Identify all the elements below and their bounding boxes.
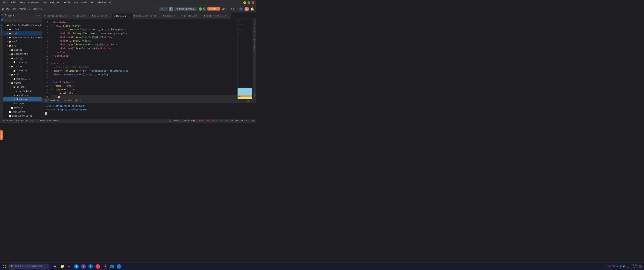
status-todo[interactable]: ☑ TODO <box>38 119 45 122</box>
menu-help[interactable]: Help <box>108 1 115 4</box>
term-local-link[interactable]: http://localhost:8080/ <box>56 105 85 107</box>
panel-collapse-icon[interactable]: — <box>39 14 40 17</box>
tree-gitignore[interactable]: 📄 .gitignore <box>3 110 42 114</box>
tree-router-index[interactable]: 📄 index.js <box>3 68 42 73</box>
structure-tab[interactable]: Structure <box>252 30 256 42</box>
tree-public[interactable]: ▶ 📁 public <box>3 40 42 44</box>
search-icon[interactable]: 🔍 <box>169 7 173 11</box>
menu-edit[interactable]: Edit <box>10 1 18 4</box>
panel-settings-icon[interactable]: ⚙ <box>35 14 36 17</box>
add-configuration-button[interactable]: Add Configuration... <box>174 7 197 11</box>
toolbar-settings-icon[interactable]: ⚙ <box>18 18 21 22</box>
database-tab[interactable]: Database <box>252 19 256 30</box>
terminal-dropdown[interactable]: ∨ <box>80 99 81 102</box>
minimize-button[interactable]: ─ <box>243 1 246 4</box>
jrebel-indicator[interactable]: JRebel ▾ <box>208 7 220 11</box>
terminal-content[interactable]: - Local: http://localhost:8080/ - Networ… <box>42 103 256 118</box>
tab-close[interactable]: ✕ <box>87 15 88 17</box>
tab-close[interactable]: ✕ <box>158 15 159 17</box>
local-tab[interactable]: Local ✕ <box>62 99 74 103</box>
toolbar-collapse-icon[interactable]: ⊟ <box>13 18 17 22</box>
status-event-log[interactable]: Event Log <box>184 119 195 122</box>
maximize-terminal-btn[interactable]: ⬛ <box>246 99 250 102</box>
project-tab[interactable]: Project <box>0 13 3 24</box>
menu-refactor[interactable]: Refactor <box>49 1 62 4</box>
status-branch[interactable]: ⑂ master <box>224 119 234 122</box>
tree-util[interactable]: ▼ 📁 util <box>3 73 42 77</box>
tab-md5[interactable]: md5Util.js ✕ <box>90 13 112 19</box>
local-close[interactable]: ✕ <box>71 100 72 102</box>
tab-main-js[interactable]: main.js ✕ <box>161 13 180 19</box>
tree-config-index[interactable]: 📄 index.js <box>3 60 42 64</box>
tab-babel-config[interactable]: babel.config.js ✕ <box>132 13 161 19</box>
tab-close[interactable]: ✕ <box>109 15 110 17</box>
run-button[interactable]: ▶ <box>199 7 202 11</box>
status-jrebel-console[interactable]: JRebel Console <box>197 119 215 122</box>
notifications-icon[interactable]: 🔔 <box>250 7 254 11</box>
tree-views[interactable]: ▼ 📁 views <box>3 81 42 85</box>
tab-app-vue[interactable]: App.vue ✕ <box>72 13 90 19</box>
tree-about-vue[interactable]: ⬥ About.vue <box>3 93 42 97</box>
tree-upload-vue[interactable]: ⬥ Upload.vue <box>3 89 42 93</box>
menu-view[interactable]: View <box>18 1 26 4</box>
menu-tools[interactable]: Tools <box>80 1 88 4</box>
tree-router[interactable]: ▼ 📁 router <box>3 64 42 68</box>
close-terminal-btn[interactable]: ✕ <box>252 99 254 102</box>
maximize-button[interactable]: □ <box>248 1 250 4</box>
tree-home-vue[interactable]: ⬥ Home.vue <box>3 97 42 101</box>
toolbar-close-icon[interactable]: ✕ <box>37 18 41 22</box>
panel-expand-icon[interactable]: ⊞ <box>37 14 38 17</box>
tree-babel-config[interactable]: 📄 babel.config.js <box>3 114 42 118</box>
toolbar-expand-icon[interactable]: ⊞ <box>8 18 12 22</box>
debug-button[interactable]: 🐛 <box>202 7 206 11</box>
menu-navigate[interactable]: Navigate <box>27 1 40 4</box>
bookmarks-tab[interactable]: Bookmarks <box>252 42 256 55</box>
status-terminal-link[interactable]: ⬛ Terminal <box>168 119 182 122</box>
fold-1[interactable]: ▼ <box>51 20 52 24</box>
tree-app-vue[interactable]: ⬥ App.vue <box>3 101 42 105</box>
status-git[interactable]: ⑂ Git <box>30 119 36 122</box>
term-network-link[interactable]: http://localhost:8080/ <box>58 108 88 111</box>
menu-code[interactable]: Code <box>40 1 48 4</box>
tab-close[interactable]: ✕ <box>129 15 130 17</box>
terminal-tab[interactable]: ⬛Terminal <box>43 98 61 103</box>
tree-root[interactable]: ▼ 📁 upload D:\hbuilder\upload <box>3 23 42 27</box>
tab-close[interactable]: ✕ <box>176 15 178 17</box>
tree-src[interactable]: ▼ 📁 src <box>3 44 42 48</box>
add-terminal-button[interactable]: + <box>75 99 78 102</box>
account-button[interactable]: 👤 ▾ <box>159 7 167 11</box>
menu-build[interactable]: Build <box>63 1 72 4</box>
menu-git[interactable]: Git <box>89 1 96 4</box>
user-avatar[interactable]: 👤 <box>238 7 243 11</box>
tab-close[interactable]: ✕ <box>228 15 229 17</box>
tab-router-index[interactable]: router\index.js ✕ <box>202 13 231 19</box>
undo-button[interactable]: ↩ <box>236 8 237 11</box>
menu-file[interactable]: File <box>2 1 9 4</box>
status-problems[interactable]: ⚠ Problems <box>2 119 13 122</box>
status-profiler[interactable]: ⏱ Profiler <box>16 119 28 122</box>
tab-close[interactable]: ✕ <box>199 15 200 17</box>
status-services[interactable]: ⚙ Services <box>47 119 59 122</box>
close-button[interactable]: ✕ <box>252 1 254 4</box>
tree-node-modules[interactable]: ▶ 📁 node_modules library root <box>3 35 42 40</box>
tree-assets[interactable]: ▶ 📁 assets <box>3 48 42 52</box>
tab-close[interactable]: ✕ <box>68 15 70 17</box>
fold-2[interactable]: ▼ <box>51 24 52 28</box>
toolbar-locate-icon[interactable]: ◎ <box>4 18 8 22</box>
tree-dist[interactable]: ▶ 📁 dist <box>3 31 42 35</box>
code-content[interactable]: ▼ <template> ▼ <div class= "home" > <box>49 19 238 98</box>
tree-config[interactable]: ▼ 📁 config <box>3 56 42 60</box>
todo-tab[interactable]: TODO <box>252 91 256 98</box>
structure-tab[interactable]: Structure <box>0 24 3 37</box>
menu-window[interactable]: Window <box>96 1 107 4</box>
tree-upload-folder[interactable]: ▼ 📁 upload <box>3 85 42 89</box>
tree-md5[interactable]: 📄 md5Util.js <box>3 77 42 81</box>
tree-package-json[interactable]: 📄 package.json <box>3 118 42 118</box>
tab-upload-vue[interactable]: Upload.vue ✕ <box>180 13 202 19</box>
user-avatar-2[interactable]: A <box>244 7 249 11</box>
tree-main-js[interactable]: 📄 main.js <box>3 105 42 110</box>
fold-19[interactable]: ▼ <box>51 88 52 91</box>
fold-21[interactable]: ▼ <box>51 95 52 98</box>
tree-components[interactable]: ▶ 📁 components <box>3 52 42 56</box>
tab-config-index[interactable]: config\index.js ✕ <box>42 13 71 19</box>
